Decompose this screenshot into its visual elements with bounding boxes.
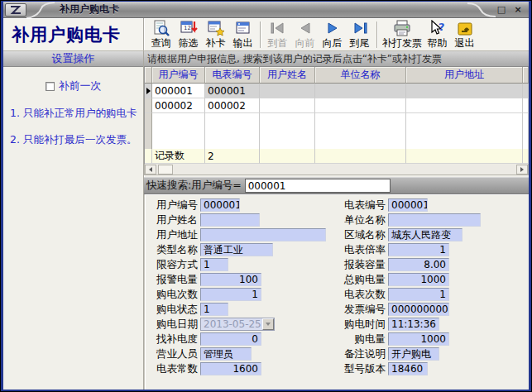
grid-clipped-cell bbox=[523, 84, 529, 98]
chevron-down-icon[interactable] bbox=[262, 318, 274, 330]
toolbar-button-nav-last[interactable]: 到尾 bbox=[346, 19, 373, 50]
grid-clipped-column-header bbox=[523, 67, 529, 84]
field-电表常数[interactable]: 1600 bbox=[200, 362, 261, 375]
help-cursor-icon: ? bbox=[429, 20, 447, 37]
grid-column-header[interactable]: 用户姓名 bbox=[260, 67, 315, 84]
quick-search-input[interactable] bbox=[245, 179, 391, 193]
toolbar-button-filter-calendar[interactable]: 12筛选 bbox=[175, 19, 202, 50]
field-报警电量[interactable]: 100 bbox=[200, 273, 261, 286]
grid-column-header[interactable]: 单位名称 bbox=[315, 67, 406, 84]
scroll-right-button[interactable] bbox=[516, 165, 528, 174]
field-营业人员[interactable]: 管理员 bbox=[200, 347, 252, 361]
form-row: 购电次数1 bbox=[149, 287, 335, 302]
checkbox-icon[interactable] bbox=[46, 82, 55, 91]
form-row: 找补电度0 bbox=[149, 332, 335, 347]
toolbar-button-label: 帮助 bbox=[428, 37, 448, 49]
form-row: 报装容量8.00 bbox=[335, 257, 529, 272]
user-records-grid: 用户编号电表编号用户姓名单位名称用户地址00000100000100000200… bbox=[144, 67, 529, 164]
toolbar-button-export-window[interactable]: 输出 bbox=[229, 19, 256, 50]
field-用户编号[interactable]: 000001 bbox=[200, 198, 240, 212]
toolbar-button-nav-next[interactable]: 向后 bbox=[319, 19, 346, 50]
field-型号版本[interactable]: 18460 bbox=[388, 362, 428, 375]
record-count-label: 记录数 bbox=[152, 149, 205, 164]
scroll-left-button[interactable] bbox=[145, 165, 156, 174]
grid-horizontal-scrollbar[interactable] bbox=[144, 164, 529, 175]
form-row: 电表编号000001 bbox=[335, 198, 529, 213]
grid-cell[interactable] bbox=[260, 98, 315, 113]
field-备注说明[interactable]: 开户购电 bbox=[388, 347, 439, 361]
field-类型名称[interactable]: 普通工业 bbox=[200, 243, 273, 256]
toolbar-button-nav-prev: 向前 bbox=[291, 19, 319, 50]
export-window-icon bbox=[234, 20, 252, 37]
grid-empty-cell bbox=[205, 113, 260, 149]
hint-bar: 请根据用户申报信息, 搜索到该用户的记录后点击“补卡”或补打发票 bbox=[144, 51, 529, 67]
grid-cell[interactable] bbox=[406, 98, 523, 113]
maximize-button[interactable]: □ bbox=[496, 4, 507, 16]
field-用户地址[interactable] bbox=[200, 228, 326, 241]
toolbar-button-help-cursor[interactable]: ?帮助 bbox=[424, 19, 451, 50]
quick-search-bar: 快速搜索:用户编号= bbox=[144, 177, 529, 194]
grid-cell[interactable]: 000002 bbox=[152, 98, 205, 113]
toolbar-button-card-window[interactable]: 补卡 bbox=[202, 19, 229, 50]
grid-clipped-cell bbox=[523, 98, 529, 113]
form-row: 单位名称 bbox=[335, 213, 529, 227]
field-label: 电表倍率 bbox=[335, 243, 388, 257]
toolbar-button-label: 到首 bbox=[268, 37, 288, 49]
field-购电次数[interactable]: 1 bbox=[200, 288, 261, 301]
field-label: 发票编号 bbox=[335, 303, 388, 317]
footer-indicator-cell bbox=[145, 149, 152, 164]
field-报装容量[interactable]: 8.00 bbox=[388, 258, 449, 271]
quick-search-label: 快速搜索:用户编号= bbox=[146, 179, 242, 193]
footer-cell bbox=[406, 149, 523, 164]
close-button[interactable]: × bbox=[512, 4, 524, 16]
field-label: 电表编号 bbox=[335, 198, 388, 213]
field-label: 限容方式 bbox=[149, 258, 200, 272]
field-label: 总购电量 bbox=[335, 273, 388, 287]
grid-column-header[interactable]: 用户地址 bbox=[406, 67, 523, 84]
grid-cell[interactable] bbox=[315, 84, 406, 98]
field-找补电度[interactable]: 0 bbox=[200, 332, 261, 346]
toolbar-button-printer[interactable]: 补打发票 bbox=[381, 19, 424, 50]
field-购电时间[interactable]: 11:13:36 bbox=[388, 318, 439, 331]
form-row: 用户地址 bbox=[149, 227, 335, 242]
grid-cell[interactable] bbox=[260, 84, 315, 98]
grid-cell[interactable] bbox=[315, 98, 406, 113]
field-label: 购电次数 bbox=[149, 288, 200, 302]
field-电表倍率[interactable]: 1 bbox=[388, 243, 449, 256]
left-arrow-icon bbox=[149, 167, 152, 172]
grid-footer-row: 记录数2 bbox=[145, 149, 529, 164]
field-用户姓名[interactable] bbox=[200, 213, 260, 227]
grid-cell[interactable]: 000002 bbox=[205, 98, 260, 113]
field-label: 类型名称 bbox=[149, 243, 200, 257]
grid-column-header[interactable]: 用户编号 bbox=[152, 67, 205, 84]
grid-cell[interactable]: 000001 bbox=[205, 84, 260, 98]
scrollbar-thumb[interactable] bbox=[158, 165, 173, 174]
field-label: 购电量 bbox=[335, 332, 388, 347]
form-row: 购电量1000 bbox=[335, 332, 529, 347]
field-单位名称[interactable] bbox=[388, 213, 481, 227]
field-电表编号[interactable]: 000001 bbox=[388, 198, 428, 212]
toolbar-button-exit[interactable]: 退出 bbox=[451, 19, 478, 50]
grid-empty-cell bbox=[315, 113, 406, 149]
field-购电量[interactable]: 1000 bbox=[388, 332, 449, 346]
grid-column-header[interactable]: 电表编号 bbox=[205, 67, 260, 84]
replenish-previous-checkbox[interactable]: 补前一次 bbox=[3, 79, 143, 93]
field-区域名称[interactable]: 城东人民路变 bbox=[388, 228, 463, 241]
field-购电状态[interactable]: 1 bbox=[200, 303, 228, 316]
field-发票编号[interactable]: 0000000001 bbox=[388, 303, 449, 316]
grid-row[interactable]: 000002000002 bbox=[145, 98, 529, 113]
purchase-date-combobox[interactable]: 2013-05-25 bbox=[200, 318, 275, 331]
field-电表次数[interactable]: 1 bbox=[388, 288, 449, 301]
title-bar: 补用户购电卡 □ × bbox=[3, 2, 529, 18]
toolbar-button-search-document[interactable]: 查询 bbox=[147, 19, 175, 50]
grid-row[interactable]: 000001000001 bbox=[145, 84, 529, 98]
grid-cell[interactable] bbox=[406, 84, 523, 98]
toolbar-row: 补用户购电卡 查询12筛选补卡输出到首向前向后到尾补打发票?帮助退出 bbox=[3, 18, 529, 51]
window-title: 补用户购电卡 bbox=[55, 2, 467, 17]
sidebar-header: 设置操作 bbox=[3, 51, 143, 67]
field-限容方式[interactable]: 1 bbox=[200, 258, 228, 271]
grid-cell[interactable]: 000001 bbox=[152, 84, 205, 98]
field-label: 区域名称 bbox=[335, 228, 388, 242]
field-总购电量[interactable]: 1000 bbox=[388, 273, 449, 286]
grid-indicator-column bbox=[145, 113, 152, 149]
